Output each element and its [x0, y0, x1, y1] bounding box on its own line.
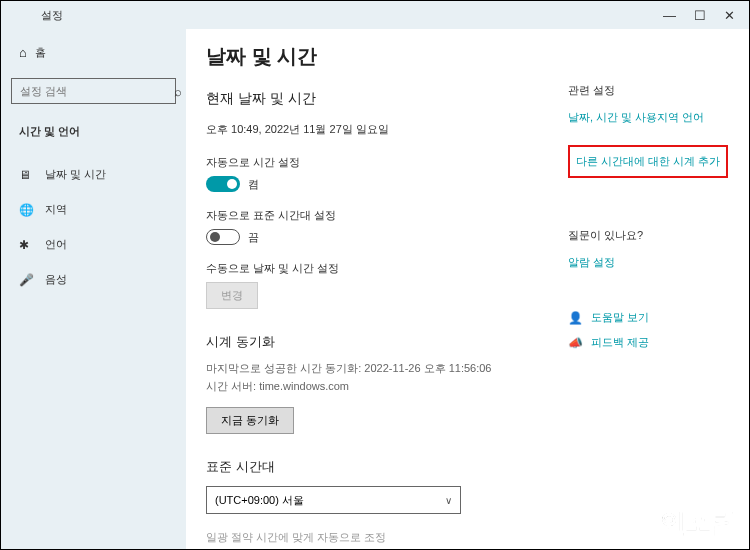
home-icon: ⌂ — [19, 45, 27, 60]
window-title: 설정 — [9, 8, 63, 23]
minimize-button[interactable]: — — [663, 8, 676, 23]
category-title: 시간 및 언어 — [1, 118, 186, 145]
auto-time-toggle[interactable] — [206, 176, 240, 192]
link-add-clock[interactable]: 다른 시간대에 대한 시계 추가 — [568, 145, 728, 178]
auto-tz-state: 끔 — [248, 230, 259, 245]
speech-icon: 🎤 — [19, 273, 33, 287]
sync-now-button[interactable]: 지금 동기화 — [206, 407, 294, 434]
sync-server-text: 시간 서버: time.windows.com — [206, 379, 548, 394]
manual-datetime-label: 수동으로 날짜 및 시간 설정 — [206, 261, 548, 276]
feedback-icon: 📣 — [568, 336, 583, 350]
home-button[interactable]: ⌂ 홈 — [1, 39, 186, 66]
change-button: 변경 — [206, 282, 258, 309]
region-icon: 🌐 — [19, 203, 33, 217]
maximize-button[interactable]: ☐ — [694, 8, 706, 23]
question-heading: 질문이 있나요? — [568, 228, 733, 243]
sidebar-item-speech[interactable]: 🎤 음성 — [1, 262, 186, 297]
feedback-link-row[interactable]: 📣 피드백 제공 — [568, 335, 733, 350]
tz-heading: 표준 시간대 — [206, 458, 548, 476]
language-icon: ✱ — [19, 238, 33, 252]
home-label: 홈 — [35, 45, 46, 60]
link-alarm-settings[interactable]: 알람 설정 — [568, 255, 733, 270]
sidebar-item-datetime[interactable]: 🖥 날짜 및 시간 — [1, 157, 186, 192]
sidebar-item-label: 언어 — [45, 237, 67, 252]
current-datetime-heading: 현재 날짜 및 시간 — [206, 90, 548, 108]
timezone-dropdown[interactable]: (UTC+09:00) 서울 ∨ — [206, 486, 461, 514]
dst-label: 일광 절약 시간에 맞게 자동으로 조정 — [206, 530, 548, 545]
page-title: 날짜 및 시간 — [206, 43, 548, 70]
auto-tz-toggle[interactable] — [206, 229, 240, 245]
sidebar-item-label: 지역 — [45, 202, 67, 217]
chevron-down-icon: ∨ — [445, 495, 452, 506]
search-input[interactable] — [12, 85, 166, 97]
aside-panel: 관련 설정 날짜, 시간 및 사용지역 언어 다른 시간대에 대한 시계 추가 … — [568, 43, 733, 549]
close-button[interactable]: ✕ — [724, 8, 735, 23]
timezone-value: (UTC+09:00) 서울 — [215, 493, 304, 508]
help-link-row[interactable]: 👤 도움말 보기 — [568, 310, 733, 325]
sync-last-text: 마지막으로 성공한 시간 동기화: 2022-11-26 오후 11:56:06 — [206, 361, 548, 376]
auto-time-state: 켬 — [248, 177, 259, 192]
related-heading: 관련 설정 — [568, 83, 733, 98]
search-input-wrap[interactable]: ⌕ — [11, 78, 176, 104]
help-icon: 👤 — [568, 311, 583, 325]
link-region-lang[interactable]: 날짜, 시간 및 사용지역 언어 — [568, 110, 733, 125]
watermark: 인포탈 — [660, 506, 735, 541]
sidebar-item-language[interactable]: ✱ 언어 — [1, 227, 186, 262]
feedback-link: 피드백 제공 — [591, 335, 649, 350]
help-link: 도움말 보기 — [591, 310, 649, 325]
sidebar-item-label: 음성 — [45, 272, 67, 287]
content-area: 날짜 및 시간 현재 날짜 및 시간 오후 10:49, 2022년 11월 2… — [206, 43, 568, 549]
auto-tz-label: 자동으로 표준 시간대 설정 — [206, 208, 548, 223]
sidebar: ⌂ 홈 ⌕ 시간 및 언어 🖥 날짜 및 시간 🌐 지역 ✱ 언어 🎤 음성 — [1, 29, 186, 549]
sidebar-item-region[interactable]: 🌐 지역 — [1, 192, 186, 227]
sidebar-item-label: 날짜 및 시간 — [45, 167, 106, 182]
sync-heading: 시계 동기화 — [206, 333, 548, 351]
current-datetime-value: 오후 10:49, 2022년 11월 27일 일요일 — [206, 122, 548, 137]
datetime-icon: 🖥 — [19, 168, 33, 182]
titlebar: 설정 — ☐ ✕ — [1, 1, 749, 29]
window-controls: — ☐ ✕ — [663, 8, 741, 23]
auto-time-label: 자동으로 시간 설정 — [206, 155, 548, 170]
